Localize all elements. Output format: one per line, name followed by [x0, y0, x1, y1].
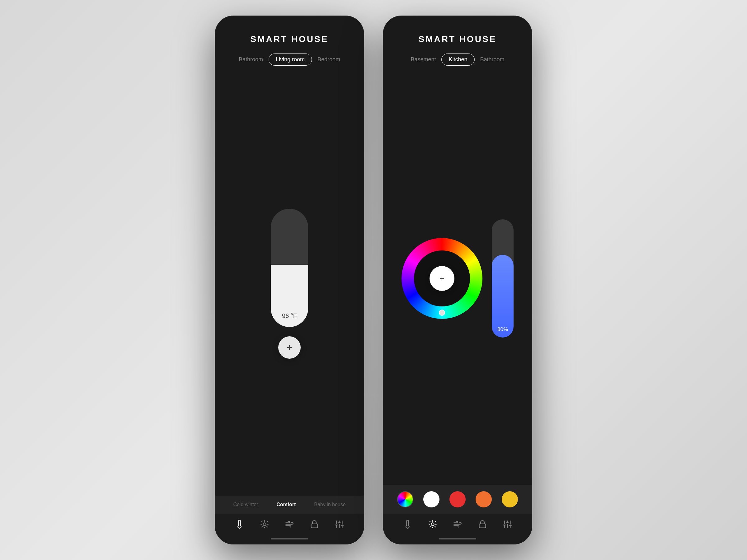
mode-cold-winter[interactable]: Cold winter — [233, 502, 258, 507]
wheel-plus-icon: + — [439, 273, 444, 284]
thermostat-top — [271, 209, 308, 265]
left-header: SMART HOUSE — [215, 16, 364, 50]
right-app-title: SMART HOUSE — [392, 34, 523, 44]
svg-line-7 — [262, 526, 262, 527]
swatch-yellow[interactable] — [502, 491, 518, 507]
swatch-red[interactable] — [449, 491, 466, 507]
sun-icon-btn[interactable] — [260, 520, 269, 529]
right-home-indicator — [383, 538, 532, 544]
right-room-tabs: Basement Kitchen Bathroom — [383, 50, 532, 72]
right-lock-icon-btn[interactable] — [478, 520, 487, 529]
right-thermometer-icon-btn[interactable] — [403, 520, 412, 529]
svg-rect-30 — [479, 524, 486, 528]
swatch-white[interactable] — [423, 491, 439, 507]
brightness-slider[interactable]: 80% — [492, 219, 514, 338]
color-wheel-container: + 80% — [389, 219, 526, 338]
thermostat-bottom: 96 °F — [271, 265, 308, 327]
tab-kitchen[interactable]: Kitchen — [441, 54, 474, 65]
right-home-bar — [439, 538, 476, 539]
color-swatches — [383, 485, 532, 514]
svg-point-21 — [431, 523, 434, 526]
right-sun-icon-btn[interactable] — [428, 520, 437, 529]
mode-comfort[interactable]: Comfort — [276, 502, 296, 507]
wind-icon-btn[interactable] — [285, 520, 294, 529]
svg-line-4 — [267, 526, 267, 527]
thermostat: 96 °F + — [271, 209, 308, 359]
svg-point-0 — [263, 523, 266, 526]
tab-bedroom[interactable]: Bedroom — [312, 54, 346, 65]
svg-line-25 — [435, 526, 435, 527]
thermometer-icon-btn[interactable] — [235, 520, 244, 529]
svg-line-3 — [262, 522, 262, 522]
left-room-tabs: Bathroom Living room Bedroom — [215, 50, 364, 72]
add-button[interactable]: + — [278, 336, 301, 359]
tab-bathroom-left[interactable]: Bathroom — [233, 54, 268, 65]
right-content: + 80% — [383, 72, 532, 485]
color-wheel-center-button[interactable]: + — [430, 266, 455, 291]
left-icon-bar — [215, 514, 364, 538]
tab-living-room[interactable]: Living room — [268, 54, 312, 65]
color-wheel-wrapper[interactable]: + — [402, 238, 483, 319]
svg-line-29 — [435, 522, 435, 522]
right-phone: SMART HOUSE Basement Kitchen Bathroom — [383, 16, 532, 544]
brightness-value: 80% — [497, 326, 508, 332]
brightness-fill: 80% — [492, 255, 514, 338]
svg-rect-9 — [311, 524, 318, 528]
left-home-indicator — [215, 538, 364, 544]
right-icon-bar — [383, 514, 532, 538]
thermostat-slider[interactable]: 96 °F — [271, 209, 308, 327]
tab-basement[interactable]: Basement — [405, 54, 441, 65]
svg-line-24 — [430, 522, 431, 522]
left-app-title: SMART HOUSE — [224, 34, 355, 44]
right-header: SMART HOUSE — [383, 16, 532, 50]
lock-icon-btn[interactable] — [310, 520, 319, 529]
wheel-and-slider: + 80% — [389, 219, 526, 338]
right-sliders-icon-btn[interactable] — [503, 520, 512, 529]
swatch-multi[interactable] — [397, 491, 413, 507]
left-phone: SMART HOUSE Bathroom Living room Bedroom… — [215, 16, 364, 544]
right-wind-icon-btn[interactable] — [453, 520, 462, 529]
sliders-icon-btn[interactable] — [335, 520, 344, 529]
svg-line-28 — [430, 526, 431, 527]
mode-baby[interactable]: Baby in house — [314, 502, 345, 507]
home-bar — [271, 538, 308, 539]
plus-icon: + — [287, 342, 292, 353]
wheel-position-dot — [439, 310, 445, 316]
swatch-orange[interactable] — [475, 491, 492, 507]
mode-tabs: Cold winter Comfort Baby in house — [215, 496, 364, 514]
svg-line-8 — [267, 522, 267, 522]
left-content: 96 °F + — [215, 72, 364, 496]
tab-bathroom-right[interactable]: Bathroom — [475, 54, 510, 65]
temperature-display: 96 °F — [282, 312, 297, 320]
